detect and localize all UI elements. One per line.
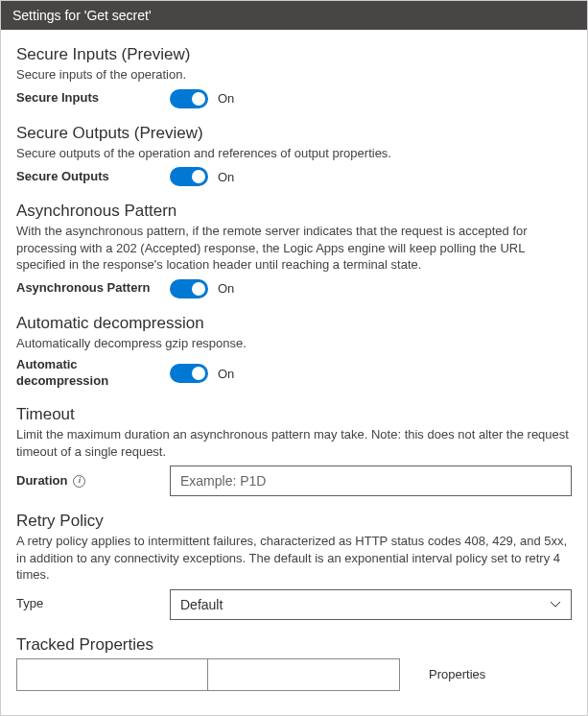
secure-outputs-state: On [218, 170, 234, 184]
section-tracked-properties: Tracked Properties Properties [16, 635, 572, 691]
tracked-value-input[interactable] [208, 658, 400, 691]
titlebar: Settings for 'Get secret' [1, 1, 587, 30]
retry-title: Retry Policy [16, 512, 572, 531]
auto-decompress-label: Automatic decompression [16, 357, 170, 390]
tracked-title: Tracked Properties [16, 635, 572, 655]
titlebar-text: Settings for 'Get secret' [12, 8, 152, 23]
section-secure-outputs: Secure Outputs (Preview) Secure outputs … [16, 124, 572, 187]
secure-inputs-toggle[interactable] [170, 89, 208, 108]
async-pattern-label: Asynchronous Pattern [16, 280, 170, 297]
timeout-label: Duration i [16, 473, 170, 489]
section-retry-policy: Retry Policy A retry policy applies to i… [16, 512, 572, 620]
secure-inputs-title: Secure Inputs (Preview) [16, 45, 572, 64]
auto-decompress-toggle[interactable] [170, 364, 208, 383]
auto-decompress-title: Automatic decompression [16, 314, 572, 333]
secure-inputs-state: On [218, 91, 234, 106]
async-pattern-desc: With the asynchronous pattern, if the re… [16, 223, 572, 274]
section-timeout: Timeout Limit the maximum duration an as… [16, 405, 572, 496]
retry-desc: A retry policy applies to intermittent f… [16, 533, 572, 584]
tracked-properties-label: Properties [429, 667, 485, 681]
retry-type-select[interactable]: Default [170, 589, 572, 620]
chevron-down-icon [550, 599, 561, 610]
async-pattern-state: On [218, 281, 234, 296]
duration-input[interactable] [170, 465, 572, 496]
settings-content: Secure Inputs (Preview) Secure inputs of… [1, 30, 587, 716]
tracked-key-input[interactable] [16, 658, 208, 691]
section-async-pattern: Asynchronous Pattern With the asynchrono… [16, 202, 572, 298]
retry-type-selected: Default [180, 597, 223, 612]
auto-decompress-state: On [218, 367, 234, 381]
secure-outputs-label: Secure Outputs [16, 169, 170, 185]
info-icon[interactable]: i [73, 475, 85, 488]
async-pattern-title: Asynchronous Pattern [16, 202, 572, 221]
secure-inputs-desc: Secure inputs of the operation. [16, 66, 572, 84]
timeout-title: Timeout [16, 405, 572, 424]
timeout-desc: Limit the maximum duration an asynchrono… [16, 426, 572, 460]
secure-outputs-toggle[interactable] [170, 167, 208, 186]
secure-outputs-title: Secure Outputs (Preview) [16, 124, 572, 143]
section-auto-decompress: Automatic decompression Automatically de… [16, 314, 572, 390]
retry-type-label: Type [16, 596, 170, 612]
timeout-label-text: Duration [16, 473, 67, 489]
section-secure-inputs: Secure Inputs (Preview) Secure inputs of… [16, 45, 572, 108]
secure-outputs-desc: Secure outputs of the operation and refe… [16, 145, 572, 162]
secure-inputs-label: Secure Inputs [16, 90, 170, 107]
auto-decompress-desc: Automatically decompress gzip response. [16, 335, 572, 352]
async-pattern-toggle[interactable] [170, 279, 208, 298]
